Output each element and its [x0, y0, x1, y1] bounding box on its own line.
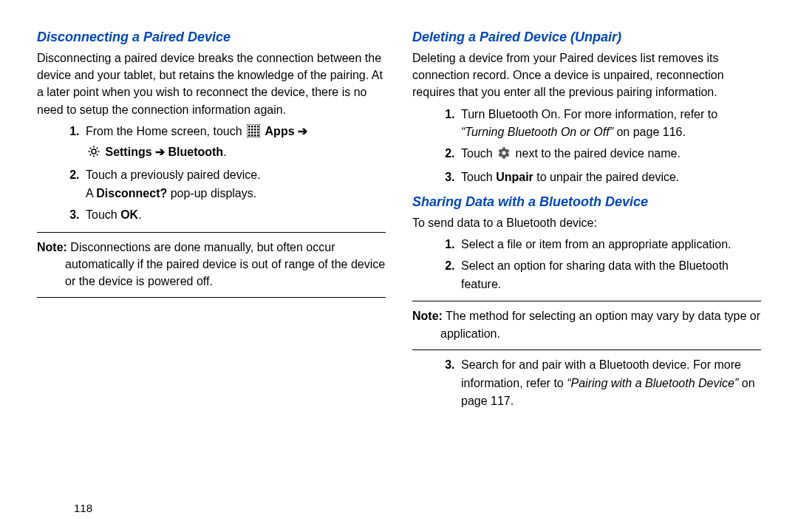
step1-period: .: [223, 146, 226, 158]
step-2: Touch a previously paired device. A Disc…: [83, 166, 386, 203]
svg-rect-3: [254, 126, 256, 128]
d2-a: Touch: [461, 147, 496, 160]
step3-b: OK: [120, 208, 138, 221]
step1-arrow1: ➔: [295, 125, 307, 137]
svg-rect-10: [251, 132, 253, 134]
d3-c: to unpair the paired device.: [533, 171, 679, 183]
step1-arrow2: ➔: [152, 146, 168, 158]
heading-sharing: Sharing Data with a Bluetooth Device: [412, 194, 761, 210]
heading-deleting: Deleting a Paired Device (Unpair): [412, 30, 761, 45]
d3-b: Unpair: [496, 171, 533, 183]
page-number: 118: [74, 502, 92, 514]
heading-disconnecting: Disconnecting a Paired Device: [37, 30, 386, 45]
steps-deleting: Turn Bluetooth On. For more information,…: [412, 106, 761, 187]
svg-rect-14: [251, 134, 253, 137]
step-3: Touch OK.: [83, 206, 386, 225]
svg-rect-16: [257, 134, 259, 137]
s3-b: “Pairing with a Bluetooth Device”: [567, 377, 738, 389]
divider: [412, 349, 761, 350]
step2-line1: Touch a previously paired device.: [86, 168, 261, 181]
dstep-3: Touch Unpair to unpair the paired device…: [458, 168, 761, 187]
svg-rect-4: [257, 126, 259, 128]
svg-rect-11: [254, 132, 256, 134]
apps-grid-icon: [247, 124, 260, 143]
note-sharing: Note: The method for selecting an option…: [412, 307, 761, 341]
svg-rect-12: [257, 132, 259, 134]
step2-line2b: Disconnect?: [96, 187, 167, 200]
step3-c: .: [138, 208, 141, 221]
d2-b: next to the paired device name.: [516, 147, 681, 160]
intro-deleting: Deleting a device from your Paired devic…: [412, 50, 761, 101]
svg-rect-8: [257, 129, 259, 131]
svg-rect-15: [254, 134, 256, 137]
divider: [37, 297, 386, 298]
d1-b: “Turning Bluetooth On or Off”: [461, 126, 616, 138]
svg-rect-6: [251, 129, 253, 131]
column-left: Disconnecting a Paired Device Disconnect…: [37, 30, 386, 415]
step1-bluetooth: Bluetooth: [168, 146, 223, 158]
d3-a: Touch: [461, 171, 496, 183]
sstep-1: Select a file or item from an appropriat…: [458, 236, 761, 254]
intro-disconnecting: Disconnecting a paired device breaks the…: [37, 50, 386, 118]
column-right: Deleting a Paired Device (Unpair) Deleti…: [412, 30, 761, 415]
svg-rect-2: [251, 126, 253, 128]
step1-prefix: From the Home screen, touch: [86, 125, 245, 137]
intro-sharing: To send data to a Bluetooth device:: [412, 214, 761, 231]
settings-gear-icon: [87, 145, 100, 164]
svg-rect-7: [254, 129, 256, 131]
manual-page: Disconnecting a Paired Device Disconnect…: [0, 0, 798, 430]
step1-apps: Apps: [265, 125, 295, 137]
steps-sharing-a: Select a file or item from an appropriat…: [412, 236, 761, 293]
dstep-1: Turn Bluetooth On. For more information,…: [458, 106, 761, 143]
d1-a: Turn Bluetooth On. For more information,…: [461, 108, 717, 120]
step-1: From the Home screen, touch Apps ➔: [83, 123, 386, 164]
note-label: Note:: [37, 241, 67, 253]
step2-line2a: A: [86, 187, 96, 200]
step1-settings: Settings: [105, 146, 151, 158]
svg-rect-5: [248, 129, 250, 131]
note-disconnect: Note: Disconnections are done manually, …: [37, 239, 386, 290]
steps-disconnecting: From the Home screen, touch Apps ➔: [37, 123, 386, 225]
svg-point-17: [92, 149, 96, 154]
steps-sharing-b: Search for and pair with a Bluetooth dev…: [412, 356, 761, 411]
svg-rect-13: [248, 134, 250, 137]
svg-rect-1: [248, 126, 250, 128]
dstep-2: Touch next to the paired device name.: [458, 145, 761, 166]
divider: [37, 232, 386, 233]
note-label: Note:: [412, 310, 443, 322]
step2-line2c: pop-up displays.: [167, 187, 256, 200]
sstep-3: Search for and pair with a Bluetooth dev…: [458, 356, 761, 411]
sstep-2: Select an option for sharing data with t…: [458, 257, 761, 294]
divider: [412, 301, 761, 301]
note-body: The method for selecting an option may v…: [440, 310, 760, 339]
step3-a: Touch: [86, 208, 120, 221]
gear-icon: [497, 146, 511, 166]
d1-c: on page 116.: [616, 126, 685, 138]
svg-rect-9: [248, 132, 250, 134]
note-body: Disconnections are done manually, but of…: [65, 241, 385, 287]
